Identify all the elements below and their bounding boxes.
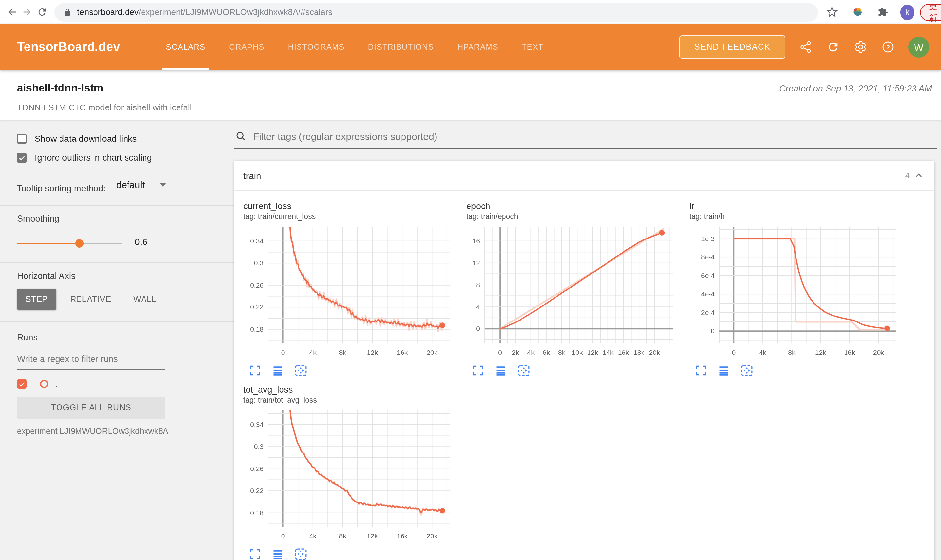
back-icon[interactable]	[6, 4, 18, 21]
svg-text:4e-4: 4e-4	[701, 290, 715, 298]
chart-title: current_loss	[239, 201, 455, 211]
search-icon	[235, 131, 247, 142]
chart-tag: tag: train/lr	[685, 212, 901, 220]
svg-text:20k: 20k	[426, 349, 438, 356]
extension-bowl-icon[interactable]	[850, 4, 865, 21]
share-icon[interactable]	[798, 40, 813, 54]
lock-icon	[63, 8, 71, 17]
experiment-id-line: experiment LJI9MWUORLOw3jkdhxwk8A	[17, 427, 217, 436]
smoothing-value[interactable]: 0.6	[131, 237, 161, 250]
svg-text:12k: 12k	[367, 349, 378, 356]
tab-graphs[interactable]: GRAPHS	[221, 24, 272, 70]
toggle-all-runs-button[interactable]: TOGGLE ALL RUNS	[17, 397, 165, 419]
show-download-links-checkbox[interactable]	[17, 134, 27, 144]
bookmark-star-icon[interactable]	[825, 4, 840, 21]
axis-option-wall[interactable]: WALL	[125, 289, 165, 310]
fit-data-icon[interactable]	[294, 548, 307, 560]
extension-puzzle-icon[interactable]	[875, 4, 890, 21]
tab-distributions[interactable]: DISTRIBUTIONS	[360, 24, 442, 70]
svg-text:4k: 4k	[528, 349, 535, 356]
chart-tag: tag: train/tot_avg_loss	[239, 396, 455, 404]
fit-data-icon[interactable]	[294, 364, 307, 377]
tooltip-sorting-value: default	[116, 180, 145, 190]
expand-icon[interactable]	[248, 364, 262, 377]
app-logo: TensorBoard.dev	[17, 40, 120, 54]
chart-plot-area[interactable]: 0.180.220.260.30.3404k8k12k16k20k	[239, 223, 455, 362]
reload-icon[interactable]	[37, 4, 48, 21]
chart-lr: lrtag: train/lr02e-44e-46e-48e-41e-304k8…	[685, 201, 901, 385]
chart-plot-area[interactable]: 0.180.220.260.30.3404k8k12k16k20k	[239, 406, 455, 545]
address-bar[interactable]: tensorboard.dev/experiment/LJI9MWUORLOw3…	[54, 3, 818, 21]
divider	[0, 205, 234, 206]
svg-text:12k: 12k	[587, 349, 599, 356]
svg-text:0: 0	[476, 325, 480, 332]
svg-text:16k: 16k	[844, 349, 855, 356]
svg-text:18k: 18k	[633, 349, 645, 356]
log-scale-icon[interactable]	[494, 364, 508, 377]
url-path: /experiment/LJI9MWUORLOw3jkdhxwk8A/#scal…	[139, 7, 332, 17]
tab-hparams[interactable]: HPARAMS	[450, 24, 506, 70]
expand-icon[interactable]	[694, 364, 708, 377]
section-chart-count: 4	[906, 171, 910, 180]
tab-histograms[interactable]: HISTOGRAMS	[280, 24, 352, 70]
runs-regex-input[interactable]	[17, 350, 165, 370]
refresh-icon[interactable]	[826, 40, 840, 54]
chart-plot-area[interactable]: 02e-44e-46e-48e-41e-304k8k12k16k20k	[685, 223, 901, 362]
chart-actions	[462, 364, 678, 377]
scalars-content: train 4 current_losstag: train/current_l…	[234, 120, 941, 560]
run-color-circle-icon[interactable]	[40, 380, 48, 388]
svg-text:0.34: 0.34	[250, 421, 264, 428]
log-scale-icon[interactable]	[717, 364, 730, 377]
log-scale-icon[interactable]	[272, 364, 284, 377]
chart-plot-area[interactable]: 048121602k4k6k8k10k12k14k16k18k20k	[462, 223, 678, 362]
ignore-outliers-checkbox[interactable]	[17, 153, 27, 163]
fit-data-icon[interactable]	[740, 364, 753, 377]
filter-tags-input[interactable]	[253, 131, 842, 142]
settings-gear-icon[interactable]	[853, 40, 868, 54]
chrome-update-button[interactable]: 更新	[920, 4, 941, 21]
horizontal-axis-toggle: STEPRELATIVEWALL	[17, 289, 234, 310]
svg-text:8k: 8k	[339, 532, 347, 540]
runs-label: Runs	[17, 332, 217, 342]
page: tensorboard.dev/experiment/LJI9MWUORLOw3…	[0, 0, 941, 560]
svg-text:0.18: 0.18	[250, 325, 264, 333]
log-scale-icon[interactable]	[272, 548, 284, 560]
charts-grid: current_losstag: train/current_loss0.180…	[234, 191, 935, 560]
experiment-subtitle: TDNN-LSTM CTC model for aishell with ice…	[17, 103, 924, 112]
train-section-header[interactable]: train 4	[234, 161, 935, 191]
svg-text:20k: 20k	[426, 532, 438, 540]
url-host: tensorboard.dev	[77, 7, 139, 17]
browser-toolbar: tensorboard.dev/experiment/LJI9MWUORLOw3…	[0, 0, 941, 24]
svg-text:8e-4: 8e-4	[701, 253, 715, 261]
svg-text:16k: 16k	[396, 532, 408, 540]
smoothing-slider[interactable]	[17, 239, 122, 248]
svg-text:16k: 16k	[618, 349, 629, 356]
svg-text:2k: 2k	[512, 349, 519, 356]
chart-title: lr	[685, 201, 901, 211]
forward-icon[interactable]	[22, 4, 33, 21]
user-avatar[interactable]: W	[908, 37, 929, 57]
browser-profile-avatar[interactable]: k	[900, 4, 915, 20]
expand-icon[interactable]	[472, 364, 484, 377]
send-feedback-button[interactable]: SEND FEEDBACK	[679, 35, 785, 59]
svg-text:16k: 16k	[396, 349, 408, 356]
axis-option-relative[interactable]: RELATIVE	[62, 289, 120, 310]
slider-thumb[interactable]	[75, 239, 84, 248]
tooltip-sorting-select[interactable]: default	[115, 180, 169, 194]
chevron-up-icon[interactable]	[913, 170, 924, 181]
svg-text:0.22: 0.22	[250, 487, 264, 494]
svg-text:6e-4: 6e-4	[701, 272, 715, 279]
axis-option-step[interactable]: STEP	[17, 289, 57, 310]
chart-tag: tag: train/current_loss	[239, 212, 455, 220]
expand-icon[interactable]	[248, 548, 262, 560]
chart-actions	[239, 364, 455, 377]
tab-text[interactable]: TEXT	[514, 24, 551, 70]
section-name: train	[243, 170, 261, 181]
svg-text:0.26: 0.26	[250, 465, 264, 472]
created-timestamp: Created on Sep 13, 2021, 11:59:23 AM	[779, 84, 932, 94]
tab-scalars[interactable]: SCALARS	[158, 24, 213, 70]
fit-data-icon[interactable]	[517, 364, 530, 377]
help-icon[interactable]: ?	[881, 40, 895, 54]
run-checkbox[interactable]	[17, 379, 27, 389]
divider	[0, 322, 234, 322]
